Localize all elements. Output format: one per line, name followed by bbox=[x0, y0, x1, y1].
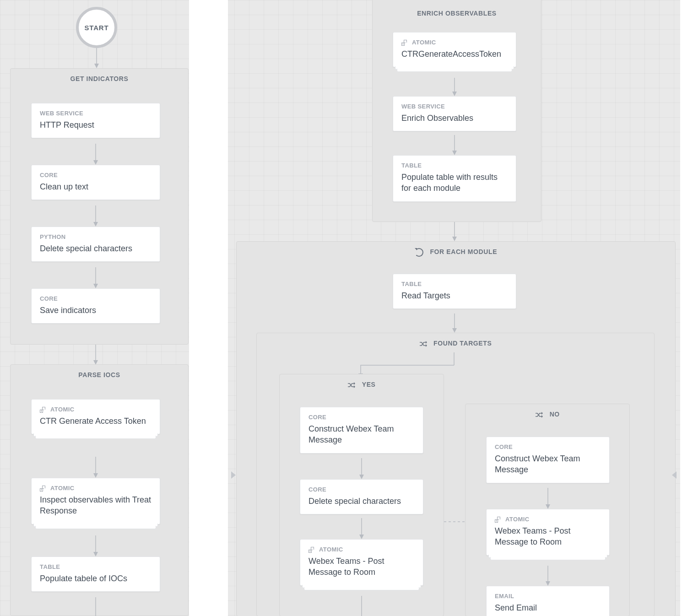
shuffle-icon bbox=[419, 341, 427, 347]
loop-icon bbox=[415, 248, 423, 257]
start-node[interactable]: START bbox=[76, 7, 117, 48]
connector bbox=[361, 518, 362, 539]
svg-marker-29 bbox=[354, 382, 355, 385]
step-http-request[interactable]: WEB SERVICE HTTP Request bbox=[31, 103, 160, 138]
step-populate-table-modules[interactable]: TABLE Populate table with results for ea… bbox=[393, 155, 516, 202]
pan-right-icon[interactable] bbox=[231, 471, 236, 479]
svg-marker-1 bbox=[94, 64, 99, 68]
step-yes-construct-message[interactable]: CORE Construct Webex Team Message bbox=[300, 407, 423, 454]
svg-marker-30 bbox=[354, 385, 355, 388]
shuffle-icon bbox=[347, 382, 355, 388]
pan-left-icon[interactable] bbox=[672, 471, 677, 479]
shuffle-icon bbox=[535, 412, 543, 418]
hierarchy-icon bbox=[309, 547, 315, 553]
step-no-construct-message[interactable]: CORE Construct Webex Team Message bbox=[486, 437, 610, 483]
connector bbox=[361, 596, 362, 616]
svg-marker-20 bbox=[452, 237, 457, 241]
connector bbox=[547, 488, 548, 509]
canvas-gap bbox=[680, 0, 682, 616]
connector bbox=[454, 135, 455, 155]
step-yes-webex-post[interactable]: ATOMIC Webex Teams - Post Message to Roo… bbox=[300, 539, 423, 586]
connector bbox=[454, 222, 455, 241]
step-yes-delete-special-chars[interactable]: CORE Delete special characters bbox=[300, 479, 423, 514]
svg-marker-37 bbox=[541, 415, 543, 418]
step-delete-special-characters[interactable]: PYTHON Delete special characters bbox=[31, 227, 160, 262]
connector bbox=[95, 597, 96, 616]
step-save-indicators[interactable]: CORE Save indicators bbox=[31, 288, 160, 324]
svg-marker-36 bbox=[541, 412, 543, 415]
step-populate-table-iocs[interactable]: TABLE Populate tabele of IOCs bbox=[31, 557, 160, 592]
start-label: START bbox=[85, 24, 109, 32]
step-ctr-generate-access-token-2[interactable]: ATOMIC CTRGenerateAccessToken bbox=[393, 32, 516, 67]
connector bbox=[547, 566, 548, 586]
canvas-gap bbox=[189, 0, 228, 616]
hierarchy-icon bbox=[40, 486, 47, 492]
step-ctr-generate-access-token[interactable]: ATOMIC CTR Generate Access Token bbox=[31, 399, 160, 434]
step-clean-up-text[interactable]: CORE Clean up text bbox=[31, 165, 160, 200]
hierarchy-icon bbox=[495, 517, 502, 523]
connector bbox=[454, 313, 455, 333]
step-read-targets[interactable]: TABLE Read Targets bbox=[393, 274, 516, 309]
connector bbox=[454, 78, 455, 96]
connector bbox=[95, 535, 96, 557]
workflow-canvas[interactable]: START GET INDICATORS WEB SERVICE HTTP Re… bbox=[0, 0, 682, 616]
hierarchy-icon bbox=[40, 407, 47, 413]
svg-marker-23 bbox=[426, 341, 427, 344]
connector bbox=[96, 48, 97, 68]
connector bbox=[95, 267, 96, 288]
connector bbox=[361, 458, 362, 479]
step-inspect-observables[interactable]: ATOMIC Inspect observables with Treat Re… bbox=[31, 478, 160, 524]
connector bbox=[95, 345, 96, 365]
step-no-send-email[interactable]: EMAIL Send Email bbox=[486, 586, 610, 616]
step-no-webex-post[interactable]: ATOMIC Webex Teams - Post Message to Roo… bbox=[486, 509, 610, 556]
step-enrich-observables[interactable]: WEB SERVICE Enrich Observables bbox=[393, 96, 516, 131]
connector bbox=[95, 205, 96, 227]
connector bbox=[95, 457, 96, 478]
hierarchy-icon bbox=[401, 40, 408, 46]
connector bbox=[95, 144, 96, 165]
svg-marker-24 bbox=[426, 344, 427, 347]
